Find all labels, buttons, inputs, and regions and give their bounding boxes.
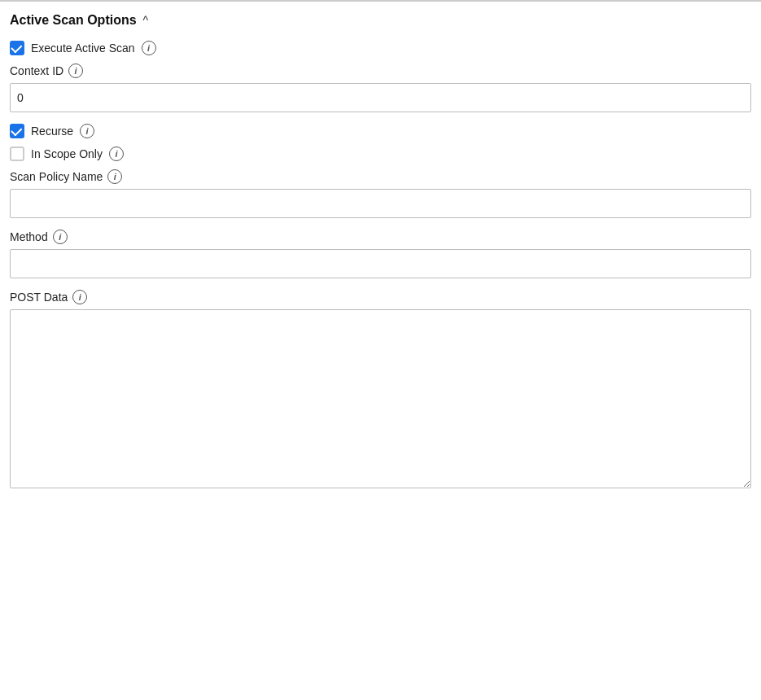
section-header: Active Scan Options ^ (0, 1, 761, 36)
method-info-icon: i (53, 230, 68, 244)
scan-policy-name-label-row: Scan Policy Name i (10, 169, 751, 184)
scan-policy-name-input[interactable] (10, 189, 751, 218)
context-id-row: Context ID i (10, 63, 751, 112)
form-body: Execute Active Scan i Context ID i Recur… (0, 36, 761, 515)
section-title: Active Scan Options (10, 13, 137, 28)
context-id-label-row: Context ID i (10, 63, 751, 78)
post-data-info-icon: i (72, 290, 87, 304)
context-id-input[interactable] (10, 83, 751, 112)
recurse-checkbox[interactable] (10, 124, 24, 138)
scan-policy-name-row: Scan Policy Name i (10, 169, 751, 218)
page-container: Active Scan Options ^ Execute Active Sca… (0, 0, 761, 700)
scan-policy-name-label: Scan Policy Name (10, 170, 103, 183)
context-id-label: Context ID (10, 64, 63, 77)
post-data-label: POST Data (10, 291, 68, 304)
context-id-info-icon: i (68, 63, 83, 78)
method-label: Method (10, 230, 48, 243)
method-row: Method i (10, 230, 751, 278)
in-scope-only-row: In Scope Only i (10, 147, 751, 161)
in-scope-only-label: In Scope Only (31, 147, 103, 160)
recurse-row: Recurse i (10, 124, 751, 138)
in-scope-only-info-icon: i (109, 147, 124, 161)
post-data-textarea[interactable] (10, 309, 751, 488)
recurse-label: Recurse (31, 125, 73, 138)
recurse-info-icon: i (80, 124, 94, 138)
execute-active-scan-info-icon: i (142, 41, 156, 55)
execute-active-scan-row: Execute Active Scan i (10, 41, 751, 55)
in-scope-only-checkbox[interactable] (10, 147, 24, 161)
execute-active-scan-label: Execute Active Scan (31, 42, 135, 55)
execute-active-scan-checkbox[interactable] (10, 41, 24, 55)
method-input[interactable] (10, 249, 751, 278)
post-data-row: POST Data i (10, 290, 751, 491)
method-label-row: Method i (10, 230, 751, 244)
post-data-label-row: POST Data i (10, 290, 751, 304)
scan-policy-name-info-icon: i (107, 169, 122, 184)
chevron-up-icon[interactable]: ^ (143, 14, 149, 27)
